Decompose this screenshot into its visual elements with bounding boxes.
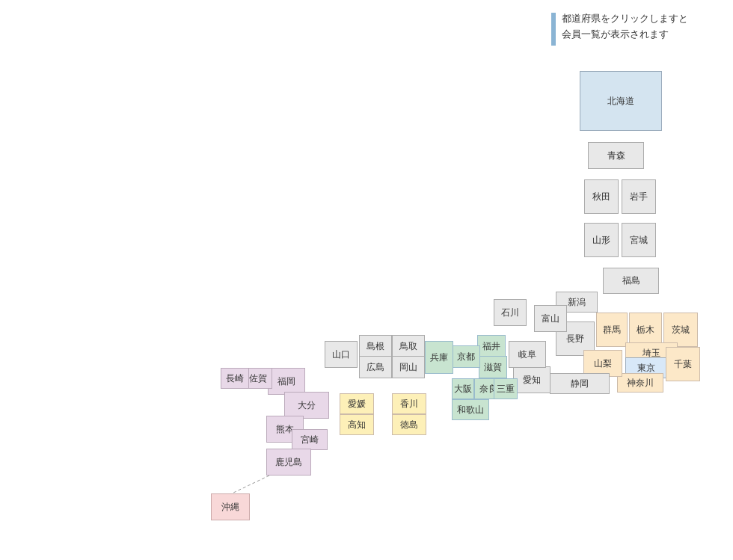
pref-mie[interactable]: 三重: [494, 378, 518, 399]
pref-gifu[interactable]: 岐阜: [509, 341, 546, 368]
pref-kanagawa[interactable]: 神奈川: [617, 373, 663, 393]
pref-hiroshima[interactable]: 広島: [359, 356, 392, 378]
pref-kyoto[interactable]: 京都: [452, 345, 480, 368]
legend-line2: 会員一覧が表示されます: [562, 27, 688, 43]
pref-gunma[interactable]: 群馬: [596, 313, 628, 347]
pref-kagawa[interactable]: 香川: [392, 393, 426, 414]
pref-aomori[interactable]: 青森: [588, 142, 644, 169]
pref-okayama[interactable]: 岡山: [392, 356, 425, 378]
pref-kagoshima[interactable]: 鹿児島: [266, 449, 311, 476]
svg-line-0: [232, 476, 269, 493]
pref-shiga[interactable]: 滋賀: [479, 356, 507, 378]
pref-yamagata[interactable]: 山形: [584, 223, 619, 257]
pref-tottori[interactable]: 鳥取: [392, 335, 425, 357]
pref-ishikawa[interactable]: 石川: [494, 299, 527, 326]
legend-line1: 都道府県をクリックしますと: [562, 11, 688, 27]
pref-ehime[interactable]: 愛媛: [340, 393, 374, 414]
pref-wakayama[interactable]: 和歌山: [452, 399, 489, 420]
pref-hokkaido[interactable]: 北海道: [580, 71, 662, 131]
pref-fukushima[interactable]: 福島: [603, 268, 659, 294]
pref-oita[interactable]: 大分: [284, 392, 329, 419]
map-container: 都道府県をクリックしますと 会員一覧が表示されます 北海道青森秋田岩手山形宮城福…: [0, 0, 733, 560]
pref-toyama[interactable]: 富山: [534, 305, 567, 332]
pref-akita[interactable]: 秋田: [584, 179, 619, 214]
pref-shimane[interactable]: 島根: [359, 335, 392, 357]
pref-nagasaki[interactable]: 長崎: [221, 368, 249, 389]
pref-fukui[interactable]: 福井: [477, 335, 506, 357]
pref-iwate[interactable]: 岩手: [622, 179, 656, 214]
pref-miyagi[interactable]: 宮城: [622, 223, 656, 257]
pref-chiba[interactable]: 千葉: [666, 347, 700, 381]
pref-tokushima[interactable]: 徳島: [392, 414, 426, 435]
pref-shizuoka[interactable]: 静岡: [550, 373, 610, 394]
pref-aichi[interactable]: 愛知: [513, 366, 550, 393]
pref-osaka[interactable]: 大阪: [452, 378, 474, 399]
pref-yamaguchi[interactable]: 山口: [325, 341, 358, 368]
pref-fukuoka[interactable]: 福岡: [268, 368, 305, 395]
pref-hyogo[interactable]: 兵庫: [425, 341, 453, 374]
pref-miyazaki[interactable]: 宮崎: [292, 429, 328, 450]
pref-kochi[interactable]: 高知: [340, 414, 374, 435]
legend: 都道府県をクリックしますと 会員一覧が表示されます: [551, 11, 688, 46]
legend-bar: [551, 13, 556, 46]
pref-okinawa[interactable]: 沖縄: [211, 493, 250, 520]
legend-text: 都道府県をクリックしますと 会員一覧が表示されます: [562, 11, 688, 43]
